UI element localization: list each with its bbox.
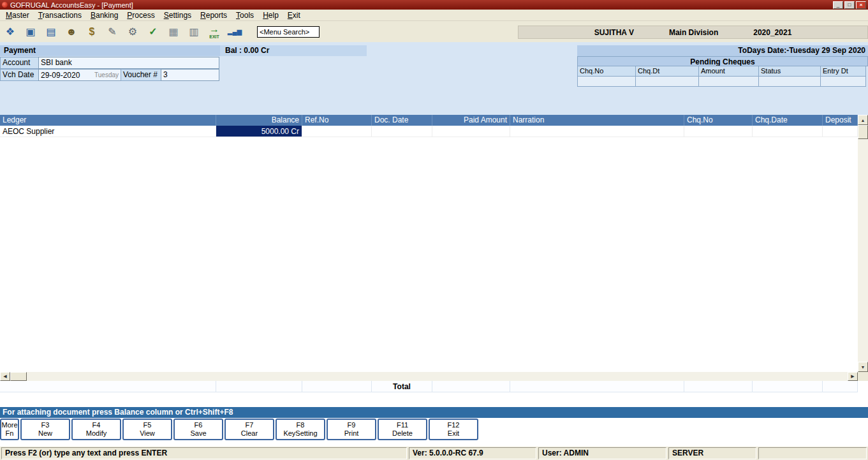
- status-user: User: ADMIN: [538, 447, 666, 459]
- col-docdate: Doc. Date: [372, 115, 432, 126]
- f3-new-button[interactable]: F3 New: [20, 419, 70, 440]
- pc-col-chqno: Chq.No: [577, 66, 636, 77]
- close-button[interactable]: ×: [856, 1, 866, 9]
- horizontal-scrollbar: ◀ ▶: [0, 372, 858, 381]
- col-refno: Ref.No: [302, 115, 372, 126]
- row-chqno-cell[interactable]: [684, 126, 753, 137]
- status-version: Ver: 5.0.0.0-RC 67.9: [409, 447, 536, 459]
- session-info-bar: SUJITHA V Main Division 2020_2021: [518, 26, 868, 39]
- row-refno-cell[interactable]: [302, 126, 372, 137]
- menu-banking[interactable]: Banking: [86, 10, 122, 21]
- status-empty-panel: [758, 447, 867, 459]
- col-paidamount: Paid Amount: [432, 115, 510, 126]
- menu-master[interactable]: Master: [1, 10, 34, 21]
- account-label: Account: [0, 57, 39, 69]
- pc-col-chqdt: Chq.Dt: [635, 66, 699, 77]
- f7-clear-button[interactable]: F7 Clear: [224, 419, 274, 440]
- row-balance-cell-selected[interactable]: 5000.00 Cr: [216, 126, 302, 137]
- menu-process[interactable]: Process: [122, 10, 159, 21]
- payment-title: Payment: [0, 45, 220, 56]
- vertical-scrollbar: ▲ ▼: [858, 115, 868, 372]
- scroll-down-icon[interactable]: ▼: [858, 362, 868, 372]
- menu-help[interactable]: Help: [258, 10, 283, 21]
- vertical-scroll-thumb[interactable]: [858, 125, 868, 139]
- table-row[interactable]: AEOC Supplier 5000.00 Cr: [0, 126, 858, 137]
- vch-date-field[interactable]: 29-09-2020 Tuesday: [38, 69, 121, 81]
- f5-view-button[interactable]: F5 View: [122, 419, 172, 440]
- row-docdate-cell[interactable]: [372, 126, 432, 137]
- pc-col-entrydt: Entry Dt: [820, 66, 866, 77]
- cash-icon[interactable]: $: [84, 24, 100, 40]
- scroll-right-icon[interactable]: ▶: [848, 372, 858, 381]
- horizontal-scroll-thumb[interactable]: [10, 372, 27, 381]
- more-fn-button[interactable]: More Fn: [0, 419, 19, 440]
- session-division: Main Division: [669, 28, 718, 37]
- total-row: Total: [0, 381, 858, 392]
- account-row: Account SBI bank: [0, 57, 219, 69]
- vch-day-hint: Tuesday: [94, 71, 119, 78]
- f11-delete-button[interactable]: F11 Delete: [378, 419, 427, 440]
- app-icon: [2, 2, 8, 8]
- contacts-icon[interactable]: ☻: [63, 24, 80, 40]
- f4-modify-button[interactable]: F4 Modify: [71, 419, 121, 440]
- menu-bar: Master Transactions Banking Process Sett…: [0, 10, 868, 21]
- menu-transactions[interactable]: Transactions: [34, 10, 86, 21]
- row-narration-cell[interactable]: [510, 126, 684, 137]
- vch-date-value: 29-09-2020: [41, 71, 80, 80]
- scroll-left-icon[interactable]: ◀: [0, 372, 10, 381]
- menu-search-input[interactable]: [257, 26, 320, 38]
- minimize-button[interactable]: _: [833, 1, 843, 9]
- settings-icon[interactable]: ⚙: [124, 24, 141, 40]
- function-key-bar: More Fn F3 New F4 Modify F5 View F6 Save…: [0, 419, 478, 440]
- chart-icon[interactable]: ▂▄▆: [226, 24, 243, 40]
- pending-cheques-header: Chq.No Chq.Dt Amount Status Entry Dt: [577, 66, 868, 77]
- row-ledger-cell[interactable]: AEOC Supplier: [0, 126, 216, 137]
- row-chqdate-cell[interactable]: [753, 126, 823, 137]
- pc-col-status: Status: [758, 66, 821, 77]
- pending-cheques-empty-row: [577, 77, 868, 87]
- menu-reports[interactable]: Reports: [196, 10, 232, 21]
- printer-icon[interactable]: ▥: [186, 24, 202, 40]
- exit-icon-label: EXIT: [209, 34, 219, 39]
- vch-date-label: Vch Date: [0, 69, 39, 81]
- scrollbar-corner: [858, 372, 868, 381]
- ledger-table-header: Ledger Balance Ref.No Doc. Date Paid Amo…: [0, 115, 858, 126]
- status-bar: Press F2 (or) type any text and press EN…: [0, 447, 868, 460]
- title-bar: GOFRUGAL AccountsEasy - [Payment] _ □ ×: [0, 0, 868, 10]
- col-chqno: Chq.No: [684, 115, 753, 126]
- app-window: GOFRUGAL AccountsEasy - [Payment] _ □ × …: [0, 0, 868, 460]
- row-paidamount-cell[interactable]: [432, 126, 510, 137]
- pending-cheques-panel: Pending Cheques Chq.No Chq.Dt Amount Sta…: [577, 56, 868, 115]
- session-user: SUJITHA V: [594, 28, 634, 37]
- todays-date-label: ToDays Date:-Tuesday 29 Sep 2020: [577, 45, 868, 56]
- ledger-icon[interactable]: ▤: [43, 24, 59, 40]
- row-deposit-cell[interactable]: [823, 126, 858, 137]
- f6-save-button[interactable]: F6 Save: [173, 419, 223, 440]
- exit-icon[interactable]: → EXIT: [206, 24, 223, 40]
- voucher-number-field[interactable]: 3: [161, 69, 219, 81]
- cheque-icon[interactable]: ✎: [104, 24, 121, 40]
- f8-keysetting-button[interactable]: F8 KeySetting: [276, 419, 325, 440]
- f9-print-button[interactable]: F9 Print: [327, 419, 376, 440]
- col-balance: Balance: [216, 115, 302, 126]
- approve-icon[interactable]: ✓: [145, 24, 161, 40]
- grid-icon[interactable]: ▦: [165, 24, 182, 40]
- menu-settings[interactable]: Settings: [159, 10, 196, 21]
- attachment-hint-bar: For attaching document press Balance col…: [0, 407, 868, 418]
- total-label: Total: [372, 381, 432, 392]
- f12-exit-button[interactable]: F12 Exit: [429, 419, 478, 440]
- balance-label: Bal : 0.00 Cr: [220, 45, 367, 56]
- voucher-icon[interactable]: ❖: [2, 24, 18, 40]
- save-icon[interactable]: ▣: [22, 24, 39, 40]
- session-fiscal-year: 2020_2021: [753, 28, 791, 37]
- scroll-up-icon[interactable]: ▲: [858, 115, 868, 125]
- account-field[interactable]: SBI bank: [38, 57, 219, 69]
- pending-cheques-title: Pending Cheques: [577, 56, 868, 66]
- maximize-button[interactable]: □: [844, 1, 855, 9]
- window-title: GOFRUGAL AccountsEasy - [Payment]: [10, 1, 833, 9]
- pc-col-amount: Amount: [698, 66, 759, 77]
- menu-tools[interactable]: Tools: [232, 10, 258, 21]
- menu-exit[interactable]: Exit: [283, 10, 305, 21]
- payment-panel: Payment Bal : 0.00 Cr ToDays Date:-Tuesd…: [0, 42, 868, 115]
- voucher-number-label: Voucher #: [121, 69, 161, 81]
